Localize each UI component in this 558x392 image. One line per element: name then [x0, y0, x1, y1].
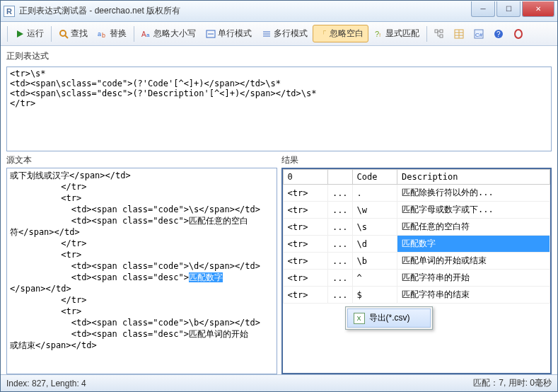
source-label: 源文本	[6, 154, 277, 166]
result-container: 0 Code Description <tr>....匹配除换行符以外的...<…	[281, 168, 552, 374]
replace-icon: ab	[98, 29, 107, 39]
export-label: 导出(*.csv)	[369, 312, 410, 324]
table-row[interactable]: <tr>....匹配除换行符以外的...	[283, 185, 550, 202]
ignore-case-label: 忽略大小写	[153, 28, 196, 40]
table-icon	[454, 29, 464, 39]
split-pane: 源文本 或下划线或汉字</span></td> </tr> <tr> <td><…	[6, 154, 552, 374]
svg-rect-17	[440, 35, 443, 38]
table-row[interactable]: <tr>...$匹配字符串的结束	[283, 287, 550, 304]
table-row[interactable]: <tr>...\w匹配字母或数字或下...	[283, 202, 550, 219]
content-area: 正则表达式 源文本 或下划线或汉字</span></td> </tr> <tr>…	[1, 46, 557, 374]
run-label: 运行	[27, 28, 44, 40]
explicit-match-button[interactable]: ?! 显式匹配	[368, 25, 424, 42]
single-line-label: 单行模式	[218, 28, 252, 40]
export-csv-item[interactable]: X 导出(*.csv)	[347, 309, 431, 328]
run-button[interactable]: 运行	[10, 25, 49, 42]
explicit-match-label: 显式匹配	[385, 28, 419, 40]
col-0-header[interactable]: 0	[283, 170, 327, 185]
window-controls: ─ ☐ ✕	[471, 1, 554, 17]
svg-rect-16	[440, 30, 443, 33]
find-label: 查找	[71, 28, 88, 40]
col-desc-header[interactable]: Description	[397, 170, 550, 185]
regex-label: 正则表达式	[6, 50, 552, 62]
space-icon: 「」	[318, 29, 327, 39]
maximize-button[interactable]: ☐	[496, 1, 521, 17]
csharp-icon: C#	[474, 29, 484, 39]
help-icon: ?	[494, 29, 504, 39]
opera-icon	[513, 29, 523, 39]
table-view-button[interactable]	[449, 26, 469, 42]
result-label: 结果	[281, 154, 552, 166]
svg-point-1	[60, 30, 66, 36]
svg-text:a: a	[146, 32, 150, 38]
excel-icon: X	[354, 313, 365, 324]
col-code-header[interactable]: Code	[352, 170, 397, 185]
svg-marker-0	[17, 30, 23, 38]
table-row[interactable]: <tr>...^匹配字符串的开始	[283, 270, 550, 287]
svg-point-29	[515, 30, 522, 38]
svg-text:a: a	[98, 30, 101, 38]
browser-button[interactable]	[508, 26, 528, 42]
svg-line-2	[65, 35, 68, 38]
ignore-case-button[interactable]: Aa 忽略大小写	[136, 25, 201, 42]
ignore-space-label: 忽略空白	[330, 28, 364, 40]
result-pane: 结果 0 Code Description <tr>....匹配除换行符以外的.…	[281, 154, 552, 374]
source-text[interactable]: 或下划线或汉字</span></td> </tr> <tr> <td><span…	[6, 168, 277, 374]
replace-label: 替换	[110, 28, 127, 40]
svg-text:「」: 「」	[319, 30, 327, 38]
svg-text:!: !	[379, 32, 380, 38]
table-row[interactable]: <tr>...\d匹配数字	[283, 236, 550, 253]
single-line-button[interactable]: 单行模式	[201, 25, 257, 42]
app-icon: R	[4, 6, 15, 17]
window-title: 正则表达式测试器 - deerchao.net 版权所有	[19, 5, 471, 17]
status-right: 匹配：7, 用时: 0毫秒	[473, 377, 552, 389]
help-button[interactable]: ?	[489, 26, 508, 42]
close-button[interactable]: ✕	[522, 1, 554, 17]
svg-text:b: b	[102, 32, 105, 39]
svg-rect-15	[435, 30, 438, 33]
app-window: R 正则表达式测试器 - deerchao.net 版权所有 ─ ☐ ✕ 运行 …	[0, 0, 558, 392]
table-row[interactable]: <tr>...\b匹配单词的开始或结束	[283, 253, 550, 270]
question-icon: ?!	[373, 29, 383, 39]
status-bar: Index: 827, Length: 4 匹配：7, 用时: 0毫秒	[1, 374, 557, 391]
multi-line-label: 多行模式	[274, 28, 308, 40]
minimize-button[interactable]: ─	[471, 1, 495, 17]
svg-text:A: A	[141, 30, 146, 38]
tree-icon	[434, 29, 444, 39]
single-line-icon	[206, 29, 216, 39]
toolbar: 运行 查找 ab 替换 Aa 忽略大小写 单行模式 多行模式 「」 忽略空白	[1, 22, 557, 46]
title-bar: R 正则表达式测试器 - deerchao.net 版权所有 ─ ☐ ✕	[1, 1, 557, 22]
tree-view-button[interactable]	[429, 26, 449, 42]
play-icon	[15, 29, 25, 39]
search-icon	[59, 29, 69, 39]
svg-text:C#: C#	[475, 32, 483, 38]
svg-text:?: ?	[496, 30, 501, 38]
table-row[interactable]: <tr>...\s匹配任意的空白符	[283, 219, 550, 236]
regex-input[interactable]	[6, 67, 552, 151]
context-menu: X 导出(*.csv)	[345, 306, 433, 330]
multi-line-icon	[262, 29, 272, 39]
replace-button[interactable]: ab 替换	[93, 25, 132, 42]
table-header-row: 0 Code Description	[283, 170, 550, 185]
ignore-space-button[interactable]: 「」 忽略空白	[313, 25, 368, 42]
source-pane: 源文本 或下划线或汉字</span></td> </tr> <tr> <td><…	[6, 154, 277, 374]
multi-line-button[interactable]: 多行模式	[257, 25, 313, 42]
status-left: Index: 827, Length: 4	[6, 379, 86, 388]
case-icon: Aa	[141, 29, 151, 39]
code-button[interactable]: C#	[469, 26, 489, 42]
find-button[interactable]: 查找	[54, 25, 93, 42]
result-table: 0 Code Description <tr>....匹配除换行符以外的...<…	[283, 169, 551, 304]
